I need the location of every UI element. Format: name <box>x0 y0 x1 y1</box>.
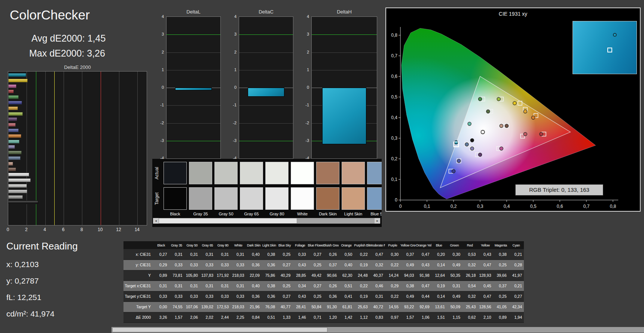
swatch-actual-gray-80[interactable] <box>265 162 289 184</box>
table-value-cell: 0,38 <box>400 281 416 291</box>
table-row-y-cie31: y: CIE310,290,330,330,330,330,330,360,36… <box>123 260 524 270</box>
current-reading-fl: fL: 12,251 <box>6 293 41 302</box>
deltaC-gridline <box>239 70 293 70</box>
swatch-target-gray-50[interactable] <box>214 187 238 210</box>
cie-measured-orange-yellow <box>524 110 527 113</box>
page-scrollbar-thumb[interactable] <box>112 327 327 332</box>
swatch-actual-gray-35[interactable] <box>189 162 212 184</box>
table-value-cell: 0,22 <box>385 291 400 302</box>
swatch-target-gray-65[interactable] <box>240 187 263 210</box>
table-value-cell: 0,25 <box>308 260 323 270</box>
table-value-cell: 0,46 <box>370 281 385 291</box>
cie-measured-magenta <box>500 147 503 150</box>
deltaL-ytick-label: 4 <box>162 14 164 19</box>
deltae-bar-bluish-green <box>8 140 19 143</box>
swatch-column-blue-sky: Blue Sky <box>367 159 382 219</box>
deltae-bar-gray-80 <box>8 178 31 182</box>
swatch-actual-gray-65[interactable] <box>240 162 263 184</box>
scroll-right-icon[interactable]: ► <box>375 218 380 224</box>
table-value-cell: 90,66 <box>323 270 339 281</box>
swatch-target-white[interactable] <box>291 187 314 210</box>
cie-ytick-label: 0,8 <box>391 33 397 38</box>
table-header-bluish-green: Bluish Green <box>323 241 339 249</box>
deltaC-ytick-label: -1 <box>233 102 236 108</box>
table-value-cell: 0,32 <box>462 291 477 302</box>
table-value-cell: 2,44 <box>215 312 231 323</box>
deltae-bar-moderate-red <box>8 123 16 127</box>
table-value-cell: 0,26 <box>323 281 339 291</box>
deltaH-gridline <box>312 52 377 53</box>
deltaC-gridline <box>239 52 293 53</box>
swatch-actual-dark-skin[interactable] <box>316 162 339 184</box>
deltaL-ytick-label: 2 <box>162 49 164 55</box>
deltae-bar-orange <box>8 134 21 138</box>
table-value-cell: 0,41 <box>339 291 354 302</box>
table-value-cell: 0,33 <box>200 291 215 302</box>
table-value-cell: 0,45 <box>477 281 493 291</box>
swatch-scrollbar[interactable]: ◄ ► <box>153 218 380 224</box>
table-value-cell: 0,22 <box>385 260 400 270</box>
swatch-actual-blue-sky[interactable] <box>367 162 382 184</box>
table-value-cell: 3,26 <box>153 312 169 323</box>
table-value-cell: 40,72 <box>370 302 385 312</box>
swatch-actual-light-skin[interactable] <box>342 162 365 184</box>
inset-measured-marker <box>613 33 617 37</box>
inset-target-marker <box>607 48 612 52</box>
cie-ytick-label: 0,5 <box>391 94 397 100</box>
deltaH-plot <box>311 16 377 159</box>
table-value-cell: 0,32 <box>370 260 385 270</box>
table-value-cell: 0,51 <box>339 281 354 291</box>
table-value-cell: 0,43 <box>292 291 308 302</box>
table-row-target-x-cie31: Target x:CIE310,310,310,310,310,310,310,… <box>123 281 524 291</box>
swatch-target-light-skin[interactable] <box>342 187 365 210</box>
swatch-scrollbar-thumb[interactable] <box>159 218 297 224</box>
table-header-white: White <box>231 241 246 249</box>
table-value-cell: 0,36 <box>246 260 262 270</box>
table-value-cell: 0,25 <box>277 281 292 291</box>
swatch-label: Gray 65 <box>240 212 263 216</box>
deltaC-ytick-label: 0 <box>234 85 236 90</box>
scroll-left-icon[interactable]: ◄ <box>153 218 159 224</box>
swatch-column-dark-skin: Dark Skin <box>316 159 339 219</box>
swatch-actual-gray-50[interactable] <box>214 162 238 184</box>
table-value-cell: 0,27 <box>277 260 292 270</box>
deltaC-ytick-label: -2 <box>233 120 236 125</box>
table-value-cell: 0,40 <box>246 249 262 260</box>
swatch-target-gray-80[interactable] <box>265 187 289 210</box>
swatch-target-dark-skin[interactable] <box>316 187 339 210</box>
cie-measured-black <box>470 139 474 142</box>
swatch-target-black[interactable] <box>164 187 187 210</box>
deltae2000-xtick-label: 14 <box>135 227 140 232</box>
swatch-strip: Actual Target BlackGray 35Gray 50Gray 65… <box>152 159 382 227</box>
swatch-actual-black[interactable] <box>164 162 187 184</box>
table-value-cell: 22,09 <box>246 270 262 281</box>
deltae-bar-magenta <box>8 84 16 88</box>
deltaH-ytick-label: -3 <box>305 138 309 143</box>
table-value-cell: 0,19 <box>431 281 447 291</box>
page-scrollbar[interactable] <box>112 327 644 333</box>
cie-zoom-inset <box>573 21 637 74</box>
table-value-cell: 0,21 <box>509 249 524 260</box>
swatch-label: Gray 35 <box>189 212 212 216</box>
table-value-cell: 40,37 <box>370 270 385 281</box>
cie-ytick-label: 0,3 <box>391 136 397 141</box>
swatch-actual-white[interactable] <box>291 162 314 184</box>
current-reading-y: y: 0,2787 <box>6 276 39 285</box>
swatch-target-gray-35[interactable] <box>189 187 212 210</box>
deltae2000-xaxis: 02468101214 <box>8 227 147 234</box>
table-value-cell: 42,34 <box>509 302 524 312</box>
table-value-cell: 0,40 <box>246 281 262 291</box>
table-value-cell: 0,21 <box>509 281 524 291</box>
cie-title: CIE 1931 xy <box>386 11 640 17</box>
swatch-target-blue-sky[interactable] <box>367 187 382 210</box>
table-value-cell: 12,64 <box>431 270 447 281</box>
deltaL-ytick-label: 1 <box>162 67 164 72</box>
table-value-cell: 0,33 <box>153 291 169 302</box>
avg-de2000-readout: Avg dE2000: 1,45 <box>31 33 106 44</box>
table-value-cell: 0,27 <box>308 281 323 291</box>
table-value-cell: 0,33 <box>200 260 215 270</box>
table-value-cell: 0,47 <box>370 249 385 260</box>
deltaC-reference-line <box>239 141 293 141</box>
table-value-cell: 105,80 <box>184 270 200 281</box>
deltaL-gridline <box>167 105 220 106</box>
